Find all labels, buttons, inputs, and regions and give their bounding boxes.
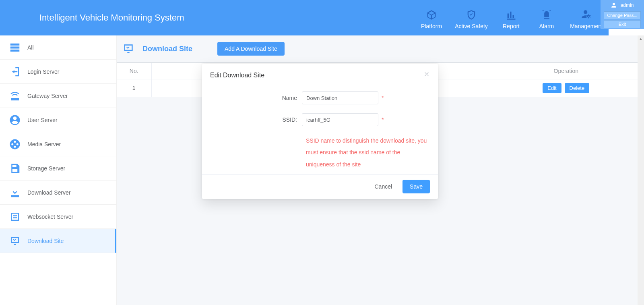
sidebar-item-label: All bbox=[27, 44, 34, 51]
websocket-icon bbox=[9, 211, 21, 223]
edit-download-site-dialog: Edit Download Site Name * SSID: * SSID n… bbox=[202, 64, 438, 199]
dialog-header: Edit Download Site bbox=[202, 64, 438, 83]
form-row-name: Name * bbox=[210, 91, 430, 104]
servers-stack-icon bbox=[9, 41, 21, 54]
save-button[interactable]: Save bbox=[402, 180, 430, 193]
sidebar-item-download-server[interactable]: Download Server bbox=[0, 181, 116, 205]
dialog-body: Name * SSID: * SSID name to distinguish … bbox=[202, 83, 438, 174]
form-row-ssid: SSID: * bbox=[210, 113, 430, 126]
ssid-input[interactable] bbox=[302, 113, 378, 126]
sidebar-item-label: Websocket Server bbox=[27, 214, 73, 220]
ssid-label: SSID: bbox=[210, 116, 302, 123]
sidebar-item-gateway-server[interactable]: Gateway Server bbox=[0, 84, 116, 108]
save-disk-icon bbox=[9, 162, 21, 174]
dialog-footer: Cancel Save bbox=[202, 174, 438, 199]
sidebar-item-label: Login Server bbox=[27, 68, 59, 75]
wifi-router-icon bbox=[9, 90, 21, 102]
user-circle-icon bbox=[9, 114, 21, 126]
page-header: Download Site Add A Download Site bbox=[117, 35, 644, 62]
add-download-site-button[interactable]: Add A Download Site bbox=[217, 42, 285, 56]
top-nav: Platform Active Safety Report Alarm Mana… bbox=[414, 0, 644, 35]
shield-icon bbox=[466, 9, 477, 21]
page-title: Download Site bbox=[142, 45, 192, 53]
sidebar-item-login-server[interactable]: Login Server bbox=[0, 60, 116, 84]
tab-report[interactable]: Report bbox=[493, 0, 529, 35]
sidebar-item-websocket-server[interactable]: Websocket Server bbox=[0, 205, 116, 229]
sidebar-item-label: User Server bbox=[27, 117, 58, 123]
required-mark: * bbox=[382, 116, 384, 123]
sidebar: All Login Server Gateway Server User Ser… bbox=[0, 35, 117, 305]
sidebar-item-media-server[interactable]: Media Server bbox=[0, 132, 116, 156]
name-label: Name bbox=[210, 95, 302, 101]
cube-icon bbox=[426, 9, 437, 21]
sidebar-item-label: Media Server bbox=[27, 141, 61, 147]
sidebar-item-user-server[interactable]: User Server bbox=[0, 108, 116, 132]
scroll-arrow-up-icon[interactable]: ▲ bbox=[638, 35, 644, 42]
tab-alarm[interactable]: Alarm bbox=[529, 0, 564, 35]
user-menu: admin Change Pass... Exit bbox=[601, 0, 644, 29]
tab-platform[interactable]: Platform bbox=[414, 0, 449, 35]
cell-operation: Edit Delete bbox=[488, 79, 644, 97]
col-header-operation: Operation bbox=[488, 63, 644, 79]
media-reel-icon bbox=[9, 138, 21, 150]
dialog-title: Edit Download Site bbox=[210, 72, 264, 79]
delete-button[interactable]: Delete bbox=[565, 83, 590, 93]
name-input[interactable] bbox=[302, 91, 378, 104]
user-gear-icon bbox=[581, 9, 592, 21]
login-icon bbox=[9, 66, 21, 78]
ssid-help-text: SSID name to distinguish the download si… bbox=[306, 135, 430, 170]
cell-no: 1 bbox=[117, 79, 151, 97]
close-icon[interactable] bbox=[423, 71, 430, 79]
exit-button[interactable]: Exit bbox=[604, 20, 641, 28]
cancel-button[interactable]: Cancel bbox=[369, 180, 398, 193]
user-icon bbox=[611, 2, 617, 8]
username: admin bbox=[621, 2, 634, 8]
tab-active-safety[interactable]: Active Safety bbox=[449, 0, 493, 35]
sidebar-item-label: Download Server bbox=[27, 189, 70, 196]
download-site-icon bbox=[9, 235, 21, 247]
sidebar-item-storage-server[interactable]: Storage Server bbox=[0, 156, 116, 181]
sidebar-item-label: Storage Server bbox=[27, 165, 65, 172]
download-icon bbox=[9, 187, 21, 199]
bar-chart-icon bbox=[506, 9, 517, 21]
sidebar-item-label: Download Site bbox=[27, 238, 64, 244]
sidebar-item-all[interactable]: All bbox=[0, 35, 116, 60]
required-mark: * bbox=[382, 95, 384, 101]
col-header-no: No. bbox=[117, 63, 151, 79]
user-name-row: admin bbox=[601, 0, 644, 10]
download-site-page-icon bbox=[122, 42, 135, 56]
edit-button[interactable]: Edit bbox=[543, 83, 561, 93]
sidebar-item-label: Gateway Server bbox=[27, 93, 68, 99]
app-title: Intelligent Vehicle Monitoring System bbox=[39, 12, 184, 23]
vertical-scrollbar[interactable]: ▲ bbox=[638, 35, 644, 305]
change-password-button[interactable]: Change Pass... bbox=[604, 11, 641, 19]
app-header: Intelligent Vehicle Monitoring System Pl… bbox=[0, 0, 644, 35]
sidebar-item-download-site[interactable]: Download Site bbox=[0, 229, 116, 253]
alarm-icon bbox=[541, 9, 552, 21]
